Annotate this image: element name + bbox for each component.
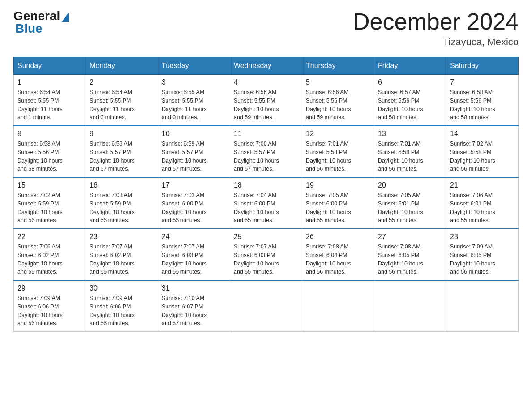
day-number: 4 [234, 78, 298, 86]
calendar-cell: 3Sunrise: 6:55 AMSunset: 5:55 PMDaylight… [158, 75, 230, 126]
day-number: 3 [162, 78, 226, 86]
calendar-cell: 4Sunrise: 6:56 AMSunset: 5:55 PMDaylight… [230, 75, 302, 126]
day-number: 28 [450, 233, 515, 241]
calendar-cell: 1Sunrise: 6:54 AMSunset: 5:55 PMDaylight… [14, 75, 86, 126]
day-number: 9 [90, 130, 154, 138]
calendar-cell: 12Sunrise: 7:01 AMSunset: 5:58 PMDayligh… [302, 126, 374, 177]
header-monday: Monday [86, 57, 158, 75]
calendar-cell [302, 280, 374, 332]
calendar-cell: 26Sunrise: 7:08 AMSunset: 6:04 PMDayligh… [302, 229, 374, 280]
day-info: Sunrise: 6:58 AMSunset: 5:56 PMDaylight:… [17, 140, 82, 173]
calendar-cell: 17Sunrise: 7:03 AMSunset: 6:00 PMDayligh… [158, 177, 230, 229]
calendar-week-2: 8Sunrise: 6:58 AMSunset: 5:56 PMDaylight… [14, 126, 519, 177]
day-number: 23 [90, 233, 154, 241]
day-info: Sunrise: 7:03 AMSunset: 6:00 PMDaylight:… [162, 191, 226, 225]
day-number: 24 [162, 233, 226, 241]
day-info: Sunrise: 6:59 AMSunset: 5:57 PMDaylight:… [90, 140, 154, 173]
calendar-week-5: 29Sunrise: 7:09 AMSunset: 6:06 PMDayligh… [14, 280, 519, 332]
day-number: 8 [17, 130, 82, 138]
calendar-cell: 16Sunrise: 7:03 AMSunset: 5:59 PMDayligh… [86, 177, 158, 229]
day-number: 19 [306, 181, 370, 189]
day-info: Sunrise: 6:54 AMSunset: 5:55 PMDaylight:… [90, 88, 154, 122]
day-info: Sunrise: 6:56 AMSunset: 5:56 PMDaylight:… [306, 88, 370, 122]
calendar-cell: 15Sunrise: 7:02 AMSunset: 5:59 PMDayligh… [14, 177, 86, 229]
header-friday: Friday [374, 57, 446, 75]
calendar-cell: 24Sunrise: 7:07 AMSunset: 6:03 PMDayligh… [158, 229, 230, 280]
day-number: 12 [306, 130, 370, 138]
day-number: 15 [17, 181, 82, 189]
logo: General Blue [13, 9, 69, 36]
day-info: Sunrise: 7:07 AMSunset: 6:03 PMDaylight:… [234, 243, 298, 276]
month-title: December 2024 [353, 9, 519, 34]
day-info: Sunrise: 6:58 AMSunset: 5:56 PMDaylight:… [450, 88, 515, 122]
day-info: Sunrise: 7:06 AMSunset: 6:02 PMDaylight:… [17, 243, 82, 276]
day-number: 10 [162, 130, 226, 138]
calendar-cell: 19Sunrise: 7:05 AMSunset: 6:00 PMDayligh… [302, 177, 374, 229]
calendar-cell: 9Sunrise: 6:59 AMSunset: 5:57 PMDaylight… [86, 126, 158, 177]
calendar-cell: 5Sunrise: 6:56 AMSunset: 5:56 PMDaylight… [302, 75, 374, 126]
calendar-cell: 23Sunrise: 7:07 AMSunset: 6:02 PMDayligh… [86, 229, 158, 280]
day-number: 26 [306, 233, 370, 241]
day-info: Sunrise: 7:09 AMSunset: 6:06 PMDaylight:… [90, 294, 154, 328]
day-number: 27 [378, 233, 442, 241]
calendar-cell: 22Sunrise: 7:06 AMSunset: 6:02 PMDayligh… [14, 229, 86, 280]
day-info: Sunrise: 6:55 AMSunset: 5:55 PMDaylight:… [162, 88, 226, 122]
day-number: 7 [450, 78, 515, 86]
calendar-cell: 25Sunrise: 7:07 AMSunset: 6:03 PMDayligh… [230, 229, 302, 280]
calendar-cell: 14Sunrise: 7:02 AMSunset: 5:58 PMDayligh… [446, 126, 519, 177]
day-number: 29 [17, 284, 82, 292]
day-info: Sunrise: 7:07 AMSunset: 6:02 PMDaylight:… [90, 243, 154, 276]
calendar-week-3: 15Sunrise: 7:02 AMSunset: 5:59 PMDayligh… [14, 177, 519, 229]
calendar-table: SundayMondayTuesdayWednesdayThursdayFrid… [13, 57, 519, 332]
day-number: 5 [306, 78, 370, 86]
calendar-cell: 7Sunrise: 6:58 AMSunset: 5:56 PMDaylight… [446, 75, 519, 126]
day-number: 18 [234, 181, 298, 189]
day-number: 14 [450, 130, 515, 138]
day-info: Sunrise: 7:05 AMSunset: 6:01 PMDaylight:… [378, 191, 442, 225]
calendar-cell [374, 280, 446, 332]
header-saturday: Saturday [446, 57, 519, 75]
day-info: Sunrise: 6:57 AMSunset: 5:56 PMDaylight:… [378, 88, 442, 122]
day-info: Sunrise: 7:07 AMSunset: 6:03 PMDaylight:… [162, 243, 226, 276]
day-number: 13 [378, 130, 442, 138]
day-info: Sunrise: 7:02 AMSunset: 5:58 PMDaylight:… [450, 140, 515, 173]
day-info: Sunrise: 7:09 AMSunset: 6:06 PMDaylight:… [17, 294, 82, 328]
day-number: 22 [17, 233, 82, 241]
calendar-cell: 30Sunrise: 7:09 AMSunset: 6:06 PMDayligh… [86, 280, 158, 332]
day-info: Sunrise: 6:59 AMSunset: 5:57 PMDaylight:… [162, 140, 226, 173]
calendar-cell: 10Sunrise: 6:59 AMSunset: 5:57 PMDayligh… [158, 126, 230, 177]
day-info: Sunrise: 7:01 AMSunset: 5:58 PMDaylight:… [306, 140, 370, 173]
day-info: Sunrise: 7:08 AMSunset: 6:04 PMDaylight:… [306, 243, 370, 276]
page-header: General Blue December 2024 Tizayuca, Mex… [13, 9, 519, 48]
calendar-cell: 8Sunrise: 6:58 AMSunset: 5:56 PMDaylight… [14, 126, 86, 177]
day-number: 11 [234, 130, 298, 138]
header-thursday: Thursday [302, 57, 374, 75]
location: Tizayuca, Mexico [353, 36, 519, 48]
title-section: December 2024 Tizayuca, Mexico [353, 9, 519, 48]
day-info: Sunrise: 7:02 AMSunset: 5:59 PMDaylight:… [17, 191, 82, 225]
day-number: 21 [450, 181, 515, 189]
day-number: 25 [234, 233, 298, 241]
day-info: Sunrise: 7:06 AMSunset: 6:01 PMDaylight:… [450, 191, 515, 225]
calendar-week-1: 1Sunrise: 6:54 AMSunset: 5:55 PMDaylight… [14, 75, 519, 126]
calendar-cell: 20Sunrise: 7:05 AMSunset: 6:01 PMDayligh… [374, 177, 446, 229]
day-info: Sunrise: 6:54 AMSunset: 5:55 PMDaylight:… [17, 88, 82, 122]
calendar-cell: 18Sunrise: 7:04 AMSunset: 6:00 PMDayligh… [230, 177, 302, 229]
calendar-cell: 28Sunrise: 7:09 AMSunset: 6:05 PMDayligh… [446, 229, 519, 280]
day-number: 2 [90, 78, 154, 86]
header-sunday: Sunday [14, 57, 86, 75]
day-number: 20 [378, 181, 442, 189]
day-info: Sunrise: 7:04 AMSunset: 6:00 PMDaylight:… [234, 191, 298, 225]
calendar-cell: 11Sunrise: 7:00 AMSunset: 5:57 PMDayligh… [230, 126, 302, 177]
day-info: Sunrise: 7:00 AMSunset: 5:57 PMDaylight:… [234, 140, 298, 173]
header-tuesday: Tuesday [158, 57, 230, 75]
day-number: 31 [162, 284, 226, 292]
day-number: 17 [162, 181, 226, 189]
day-info: Sunrise: 7:08 AMSunset: 6:05 PMDaylight:… [378, 243, 442, 276]
calendar-cell: 31Sunrise: 7:10 AMSunset: 6:07 PMDayligh… [158, 280, 230, 332]
day-number: 1 [17, 78, 82, 86]
day-info: Sunrise: 7:03 AMSunset: 5:59 PMDaylight:… [90, 191, 154, 225]
calendar-cell: 21Sunrise: 7:06 AMSunset: 6:01 PMDayligh… [446, 177, 519, 229]
calendar-week-4: 22Sunrise: 7:06 AMSunset: 6:02 PMDayligh… [14, 229, 519, 280]
logo-triangle-icon [62, 12, 69, 22]
